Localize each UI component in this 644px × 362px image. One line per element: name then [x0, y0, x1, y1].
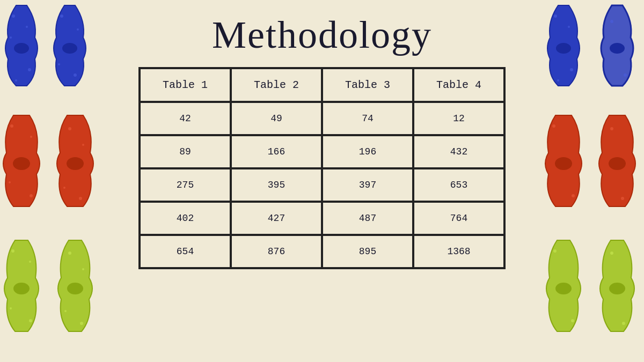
svg-point-39 [555, 157, 572, 170]
table-data-cell: 49 [231, 102, 322, 135]
svg-point-17 [68, 127, 71, 130]
svg-point-15 [30, 194, 33, 197]
svg-point-37 [610, 20, 613, 23]
svg-point-43 [610, 127, 613, 130]
svg-point-38 [624, 73, 627, 77]
page-title: Methodology [212, 13, 432, 57]
svg-point-4 [28, 68, 31, 71]
svg-point-5 [15, 79, 17, 82]
svg-point-9 [58, 63, 60, 65]
svg-point-0 [14, 43, 29, 54]
svg-point-33 [568, 26, 570, 28]
svg-point-24 [10, 307, 12, 309]
table-header-cell: Table 4 [413, 68, 504, 102]
chrom-green-right-bot [537, 231, 644, 356]
table-header-cell: Table 3 [322, 68, 413, 102]
svg-point-47 [571, 319, 574, 322]
table-data-cell: 402 [140, 202, 231, 235]
table-data-cell: 196 [322, 135, 413, 168]
svg-point-29 [64, 310, 67, 312]
table-data-cell: 432 [413, 135, 504, 168]
svg-point-2 [26, 26, 28, 28]
svg-point-13 [30, 136, 32, 138]
svg-point-35 [557, 79, 559, 82]
svg-point-22 [11, 249, 14, 253]
svg-point-21 [13, 283, 30, 294]
svg-point-20 [79, 197, 82, 200]
table-data-cell: 74 [322, 102, 413, 135]
table-header-cell: Table 1 [140, 68, 231, 102]
svg-point-8 [77, 28, 79, 31]
svg-point-40 [552, 124, 555, 128]
svg-point-28 [82, 268, 84, 270]
data-table: Table 1Table 2Table 3Table 4424974128916… [138, 67, 506, 269]
table-data-cell: 427 [231, 202, 322, 235]
svg-point-31 [556, 43, 571, 54]
svg-point-26 [67, 283, 83, 294]
svg-point-27 [68, 252, 71, 255]
svg-point-23 [29, 261, 31, 263]
svg-point-49 [610, 252, 613, 255]
chrom-red-left-mid [0, 107, 107, 227]
table-data-cell: 764 [413, 202, 504, 235]
svg-point-42 [609, 157, 626, 170]
svg-point-19 [63, 187, 65, 189]
table-data-cell: 653 [413, 168, 504, 202]
chrom-green-left-bot [0, 231, 107, 356]
svg-point-18 [82, 144, 84, 146]
table-data-cell: 12 [413, 102, 504, 135]
svg-point-1 [12, 14, 15, 18]
svg-point-30 [80, 322, 83, 325]
svg-point-44 [621, 197, 624, 200]
table-data-cell: 397 [322, 168, 413, 202]
table-data-cell: 166 [231, 135, 322, 168]
svg-point-50 [622, 322, 625, 325]
svg-point-10 [74, 73, 77, 77]
svg-point-6 [62, 43, 77, 54]
svg-point-48 [609, 283, 625, 294]
table-data-cell: 487 [322, 202, 413, 235]
chrom-blue-right-top [537, 0, 644, 115]
table-data-cell: 654 [140, 235, 231, 268]
table-data-cell: 876 [231, 235, 322, 268]
table-data-cell: 89 [140, 135, 231, 168]
svg-point-32 [554, 14, 557, 18]
svg-point-25 [29, 319, 32, 322]
table-data-cell: 1368 [413, 235, 504, 268]
svg-point-16 [67, 157, 84, 170]
svg-point-14 [9, 181, 11, 183]
svg-point-3 [10, 36, 12, 39]
table-data-cell: 42 [140, 102, 231, 135]
table-data-cell: 895 [322, 235, 413, 268]
svg-point-45 [555, 283, 572, 294]
page: Methodology Table 1Table 2Table 3Table 4… [0, 0, 644, 362]
table-header-cell: Table 2 [231, 68, 322, 102]
table-data-cell: 275 [140, 168, 231, 202]
svg-point-46 [553, 249, 557, 253]
svg-point-12 [10, 124, 13, 128]
svg-point-36 [610, 43, 625, 54]
svg-point-34 [570, 68, 573, 71]
svg-point-41 [572, 194, 575, 197]
chrom-red-right-mid [537, 107, 644, 227]
table-data-cell: 395 [231, 168, 322, 202]
chrom-blue-left-top [0, 0, 107, 115]
svg-point-7 [60, 14, 63, 18]
svg-point-11 [13, 157, 30, 170]
